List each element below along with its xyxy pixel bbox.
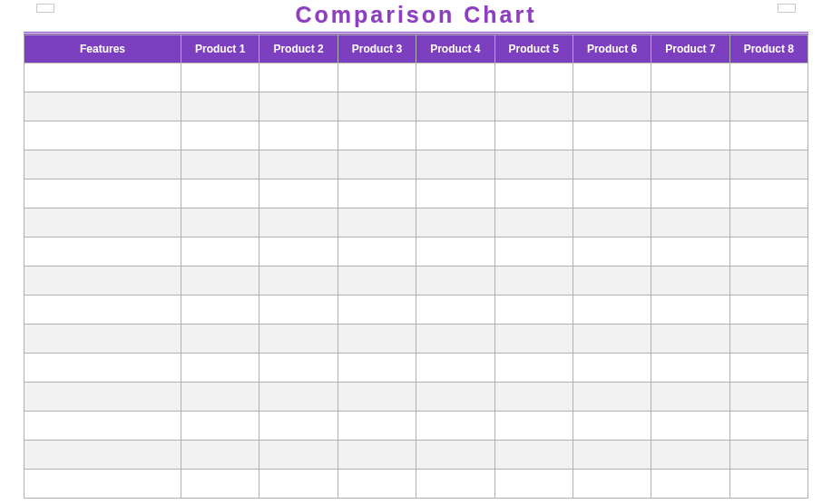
table-cell[interactable] [259, 441, 338, 470]
table-cell[interactable] [181, 354, 259, 383]
table-cell[interactable] [259, 208, 338, 237]
table-cell[interactable] [338, 441, 416, 470]
table-cell[interactable] [573, 237, 651, 267]
table-cell[interactable] [651, 354, 729, 383]
table-cell[interactable] [181, 267, 259, 296]
table-cell[interactable] [416, 412, 494, 441]
table-cell[interactable] [729, 179, 808, 208]
table-cell[interactable] [651, 208, 729, 237]
table-cell[interactable] [338, 63, 416, 92]
table-cell[interactable] [24, 383, 181, 412]
table-cell[interactable] [416, 208, 494, 237]
table-cell[interactable] [573, 325, 651, 354]
table-cell[interactable] [24, 325, 181, 354]
table-cell[interactable] [181, 208, 259, 237]
table-cell[interactable] [651, 92, 729, 121]
table-cell[interactable] [416, 441, 494, 470]
table-cell[interactable] [416, 121, 494, 150]
table-cell[interactable] [181, 150, 259, 179]
table-cell[interactable] [259, 179, 338, 208]
table-cell[interactable] [259, 325, 338, 354]
table-cell[interactable] [259, 121, 338, 150]
table-cell[interactable] [181, 470, 259, 499]
table-cell[interactable] [181, 441, 259, 470]
table-cell[interactable] [651, 121, 729, 150]
table-cell[interactable] [573, 296, 651, 325]
table-cell[interactable] [338, 383, 416, 412]
table-cell[interactable] [494, 179, 573, 208]
table-cell[interactable] [494, 92, 573, 121]
table-cell[interactable] [181, 325, 259, 354]
table-cell[interactable] [729, 150, 808, 179]
table-cell[interactable] [24, 354, 181, 383]
table-cell[interactable] [729, 354, 808, 383]
table-cell[interactable] [494, 150, 573, 179]
table-cell[interactable] [729, 383, 808, 412]
table-cell[interactable] [573, 63, 651, 92]
table-cell[interactable] [729, 470, 808, 499]
table-cell[interactable] [259, 412, 338, 441]
table-cell[interactable] [416, 63, 494, 92]
table-cell[interactable] [24, 441, 181, 470]
table-cell[interactable] [494, 412, 573, 441]
table-cell[interactable] [729, 267, 808, 296]
table-cell[interactable] [494, 441, 573, 470]
table-cell[interactable] [416, 325, 494, 354]
table-cell[interactable] [181, 237, 259, 267]
table-cell[interactable] [338, 470, 416, 499]
table-cell[interactable] [573, 208, 651, 237]
table-cell[interactable] [494, 296, 573, 325]
table-cell[interactable] [338, 237, 416, 267]
table-cell[interactable] [494, 267, 573, 296]
table-cell[interactable] [651, 296, 729, 325]
table-cell[interactable] [573, 470, 651, 499]
table-cell[interactable] [573, 441, 651, 470]
table-cell[interactable] [651, 325, 729, 354]
table-cell[interactable] [494, 354, 573, 383]
table-cell[interactable] [338, 179, 416, 208]
table-cell[interactable] [24, 63, 181, 92]
table-cell[interactable] [24, 150, 181, 179]
table-cell[interactable] [181, 121, 259, 150]
table-cell[interactable] [494, 121, 573, 150]
table-cell[interactable] [494, 383, 573, 412]
table-cell[interactable] [729, 63, 808, 92]
table-cell[interactable] [24, 121, 181, 150]
table-cell[interactable] [338, 354, 416, 383]
table-cell[interactable] [24, 208, 181, 237]
table-cell[interactable] [416, 470, 494, 499]
table-cell[interactable] [24, 470, 181, 499]
table-cell[interactable] [651, 150, 729, 179]
table-cell[interactable] [651, 267, 729, 296]
table-cell[interactable] [729, 325, 808, 354]
table-cell[interactable] [573, 179, 651, 208]
table-cell[interactable] [24, 412, 181, 441]
table-cell[interactable] [181, 412, 259, 441]
table-cell[interactable] [416, 383, 494, 412]
table-cell[interactable] [651, 412, 729, 441]
table-cell[interactable] [494, 63, 573, 92]
table-cell[interactable] [494, 208, 573, 237]
table-cell[interactable] [729, 296, 808, 325]
table-cell[interactable] [181, 179, 259, 208]
table-cell[interactable] [181, 296, 259, 325]
table-cell[interactable] [729, 412, 808, 441]
table-cell[interactable] [338, 208, 416, 237]
table-cell[interactable] [259, 237, 338, 267]
table-cell[interactable] [338, 412, 416, 441]
table-cell[interactable] [729, 92, 808, 121]
table-cell[interactable] [573, 383, 651, 412]
table-cell[interactable] [494, 470, 573, 499]
table-cell[interactable] [651, 470, 729, 499]
table-cell[interactable] [338, 296, 416, 325]
table-cell[interactable] [651, 63, 729, 92]
table-cell[interactable] [729, 208, 808, 237]
table-cell[interactable] [259, 470, 338, 499]
table-cell[interactable] [651, 441, 729, 470]
table-cell[interactable] [181, 63, 259, 92]
table-cell[interactable] [416, 92, 494, 121]
table-cell[interactable] [416, 179, 494, 208]
table-cell[interactable] [729, 237, 808, 267]
table-cell[interactable] [259, 354, 338, 383]
table-cell[interactable] [573, 150, 651, 179]
